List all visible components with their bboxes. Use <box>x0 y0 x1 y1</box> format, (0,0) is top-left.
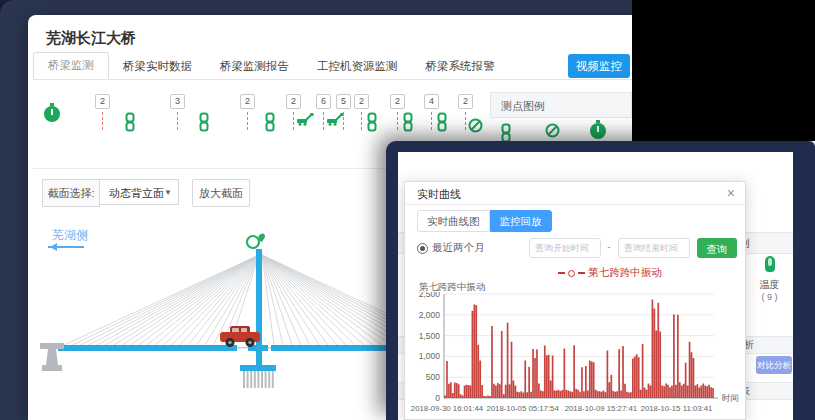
badge-value[interactable]: 2 <box>286 94 301 109</box>
svg-text:时间: 时间 <box>722 393 739 403</box>
close-icon[interactable]: × <box>727 184 735 202</box>
alarm-dash <box>361 112 363 130</box>
thermometer-icon <box>765 256 775 272</box>
tab-0[interactable]: 桥梁监测 <box>33 52 109 79</box>
link-icon[interactable] <box>124 112 136 136</box>
link-icon[interactable] <box>264 112 276 136</box>
tab-monitor-playback[interactable]: 监控回放 <box>490 210 552 232</box>
svg-text:2,000: 2,000 <box>419 310 441 320</box>
video-monitor-button[interactable]: 视频监控 <box>568 54 630 78</box>
query-button[interactable]: 查询 <box>697 238 737 258</box>
recent-two-months-radio[interactable] <box>417 243 428 254</box>
modal-titlebar: 实时曲线 × <box>405 182 745 205</box>
sensor-count-badge[interactable]: 2 <box>240 94 255 130</box>
vibration-chart: 05001,0001,5002,0002,5002018-09-30 16:01… <box>407 292 743 420</box>
overlay-page: 测点图例 温度 ( 9 ) 对比分析 对比分析 测点列表 实时曲线 × 实时曲线… <box>398 152 793 420</box>
filter-row: 最近两个月 - 查询 <box>405 238 745 260</box>
tab-realtime-curve[interactable]: 实时曲线图 <box>417 210 490 232</box>
link-icon[interactable] <box>436 112 448 136</box>
tab-4[interactable]: 桥梁系统报警 <box>412 54 509 79</box>
recent-two-months-label: 最近两个月 <box>432 241 485 255</box>
legend-label: 第七跨跨中振动 <box>588 266 662 280</box>
timer-icon[interactable] <box>44 106 60 122</box>
link-icon[interactable] <box>198 112 210 136</box>
ban-icon[interactable] <box>468 118 483 137</box>
end-time-input[interactable] <box>618 238 690 258</box>
badge-value[interactable]: 3 <box>170 94 185 109</box>
alarm-dash <box>102 112 104 130</box>
legend-circle-icon <box>568 270 575 277</box>
link-icon[interactable] <box>366 112 378 136</box>
black-screen-region <box>632 0 815 141</box>
svg-text:1,000: 1,000 <box>419 351 441 361</box>
bridge-diagram <box>28 215 400 400</box>
sensor-count-badge[interactable]: 2 <box>95 94 110 130</box>
alarm-dash <box>247 112 249 130</box>
chevron-down-icon: ▼ <box>164 180 172 206</box>
sensor-count-badge[interactable]: 3 <box>170 94 185 130</box>
svg-text:2018-10-09 15:27:41: 2018-10-09 15:27:41 <box>565 404 637 413</box>
badge-value[interactable]: 2 <box>390 94 405 109</box>
tab-1[interactable]: 桥梁实时数据 <box>109 54 206 79</box>
badge-value[interactable]: 2 <box>354 94 369 109</box>
svg-text:500: 500 <box>426 372 440 382</box>
svg-text:1,500: 1,500 <box>419 331 441 341</box>
temperature-count: ( 9 ) <box>746 292 793 302</box>
bridge-deck-left <box>58 345 237 351</box>
svg-text:2018-10-15 11:03:41: 2018-10-15 11:03:41 <box>641 404 713 413</box>
realtime-curve-modal: 实时曲线 × 实时曲线图 监控回放 最近两个月 - 查询 第七跨跨中振动 <box>404 181 746 420</box>
section-select-label: 截面选择: <box>42 179 100 207</box>
svg-text:0: 0 <box>435 393 440 403</box>
legend-ban-icon <box>545 123 560 142</box>
badge-value[interactable]: 6 <box>316 94 331 109</box>
chart-legend[interactable]: 第七跨跨中振动 <box>475 266 745 280</box>
alarm-dash <box>177 112 179 130</box>
section-select-value: 动态背立面 <box>109 187 164 199</box>
alarm-dash <box>293 112 295 130</box>
range-separator: - <box>603 241 615 252</box>
footing-piles <box>244 371 273 388</box>
bridge-deck-right <box>271 345 400 351</box>
svg-text:2018-10-05 05:17:54: 2018-10-05 05:17:54 <box>486 404 559 413</box>
svg-text:2018-09-30 16:01:44: 2018-09-30 16:01:44 <box>411 404 484 413</box>
tab-3[interactable]: 工控机资源监测 <box>303 54 412 79</box>
svg-text:2,500: 2,500 <box>419 292 441 299</box>
legend-line-icon <box>558 272 565 274</box>
alarm-dash <box>343 112 345 130</box>
alarm-dash <box>397 112 399 130</box>
start-time-input[interactable] <box>529 238 601 258</box>
abutment-pier <box>40 343 64 371</box>
badge-value[interactable]: 5 <box>336 94 351 109</box>
rotate-sensor-icon <box>247 236 259 248</box>
compare-analysis-button[interactable]: 对比分析 <box>756 356 792 374</box>
page-title: 芜湖长江大桥 <box>46 29 136 48</box>
pylon-footing <box>240 365 276 371</box>
legend-line-icon <box>578 272 585 274</box>
legend-panel-header: 测点图例 <box>490 92 632 118</box>
tab-2[interactable]: 桥梁监测报告 <box>206 54 303 79</box>
modal-tabs: 实时曲线图 监控回放 <box>417 210 552 232</box>
modal-title: 实时曲线 <box>417 187 461 202</box>
badge-value[interactable]: 2 <box>95 94 110 109</box>
alarm-dash <box>465 112 467 130</box>
link-icon[interactable] <box>402 112 414 136</box>
car <box>220 326 260 347</box>
alarm-dash <box>431 112 433 130</box>
zoom-section-button[interactable]: 放大截面 <box>192 179 250 207</box>
truck-icon[interactable] <box>296 112 314 130</box>
temperature-label: 温度 <box>746 278 793 292</box>
badge-value[interactable]: 2 <box>240 94 255 109</box>
badge-value[interactable]: 4 <box>424 94 439 109</box>
section-select-dropdown[interactable]: 动态背立面 ▼ <box>99 179 179 205</box>
alarm-dash <box>323 112 325 130</box>
badge-value[interactable]: 2 <box>458 94 473 109</box>
legend-timer-icon <box>590 123 606 139</box>
overlay-window: 测点图例 温度 ( 9 ) 对比分析 对比分析 测点列表 实时曲线 × 实时曲线… <box>386 141 815 420</box>
sensor-count-badge[interactable]: 5 <box>336 94 351 130</box>
temperature-legend: 温度 ( 9 ) <box>746 256 793 302</box>
